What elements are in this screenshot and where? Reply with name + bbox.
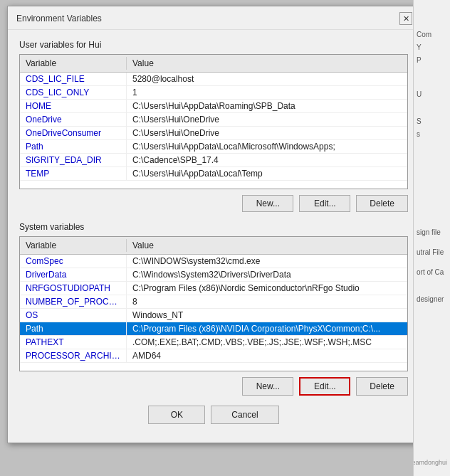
user-col-variable: Variable [20, 57, 127, 70]
right-panel-item: U [417, 88, 447, 101]
system-variables-table: Variable Value ComSpec C:\WINDOWS\system… [19, 236, 408, 371]
table-row[interactable]: SIGRITY_EDA_DIR C:\Cadence\SPB_17.4 [20, 154, 407, 167]
cell-value: C:\Users\Hui\OneDrive [127, 113, 407, 126]
title-bar: Environment Variables ✕ [8, 6, 419, 30]
table-row[interactable]: Path C:\Users\Hui\AppData\Local\Microsof… [20, 140, 407, 154]
cell-variable: Path [20, 322, 127, 335]
cell-variable: PROCESSOR_ARCHITECTURE [20, 349, 127, 362]
cell-value: .COM;.EXE;.BAT;.CMD;.VBS;.VBE;.JS;.JSE;.… [127, 336, 407, 349]
cell-value: C:\WINDOWS\system32\cmd.exe [127, 255, 407, 268]
user-edit-button[interactable]: Edit... [299, 195, 350, 212]
right-panel-item: S [417, 115, 447, 128]
cell-variable: Path [20, 140, 127, 153]
cell-value: AMD64 [127, 349, 407, 362]
right-panel: Com Y P U S s sign file utral File ort o… [413, 0, 450, 476]
right-panel-item: designer [417, 293, 447, 306]
right-panel-item: P [417, 54, 447, 67]
section-divider [19, 212, 408, 222]
table-row[interactable]: CDS_LIC_ONLY 1 [20, 86, 407, 100]
watermark-url: https://blog.csdn.net/dreamdonghui [413, 459, 447, 466]
table-row[interactable]: PROCESSOR_ARCHITECTURE AMD64 [20, 349, 407, 363]
watermark: https://blog.csdn.net/dreamdonghui ✓ EAG… [413, 459, 447, 473]
cell-value: C:\Users\Hui\OneDrive [127, 127, 407, 139]
table-row[interactable]: ComSpec C:\WINDOWS\system32\cmd.exe [20, 255, 407, 268]
right-panel-item: s [417, 128, 447, 141]
table-row[interactable]: Path C:\Program Files (x86)\NVIDIA Corpo… [20, 322, 407, 336]
cell-value: C:\Users\Hui\AppData\Local\Temp [127, 167, 407, 180]
cell-value: 5280@localhost [127, 73, 407, 85]
system-table-header: Variable Value [20, 237, 407, 255]
system-table-rows[interactable]: ComSpec C:\WINDOWS\system32\cmd.exe Driv… [20, 255, 407, 369]
cell-value: C:\Users\Hui\AppData\Local\Microsoft\Win… [127, 140, 407, 153]
right-panel-item: ort of Ca [417, 266, 447, 279]
cell-variable: ComSpec [20, 255, 127, 268]
system-new-button[interactable]: New... [242, 377, 293, 396]
cell-variable: PATHEXT [20, 336, 127, 349]
environment-variables-dialog: Environment Variables ✕ User variables f… [7, 6, 420, 443]
cell-value: C:\Program Files (x86)\NVIDIA Corporatio… [127, 322, 407, 335]
right-panel-content: Com Y P U S s sign file utral File ort o… [414, 0, 450, 306]
cell-variable: DriverData [20, 268, 127, 281]
user-table-header: Variable Value [20, 55, 407, 73]
dialog-body: User variables for Hui Variable Value CD… [8, 30, 419, 443]
cell-variable: CDS_LIC_FILE [20, 73, 127, 85]
cell-value: 1 [127, 86, 407, 99]
system-button-row: New... Edit... Delete [19, 377, 408, 396]
system-variables-label: System variables [19, 222, 408, 232]
footer-button-row: OK Cancel [19, 406, 408, 434]
table-row[interactable]: NUMBER_OF_PROCESSORS 8 [20, 295, 407, 309]
cell-value: 8 [127, 295, 407, 308]
right-panel-item: Y [417, 41, 447, 54]
table-row[interactable]: CDS_LIC_FILE 5280@localhost [20, 73, 407, 86]
user-delete-button[interactable]: Delete [356, 195, 408, 212]
user-new-button[interactable]: New... [242, 195, 293, 212]
cell-value: C:\Program Files (x86)\Nordic Semiconduc… [127, 282, 407, 295]
table-row[interactable]: OneDriveConsumer C:\Users\Hui\OneDrive [20, 127, 407, 140]
cell-variable: TEMP [20, 167, 127, 180]
cell-variable: HOME [20, 100, 127, 112]
table-row[interactable]: PATHEXT .COM;.EXE;.BAT;.CMD;.VBS;.VBE;.J… [20, 336, 407, 349]
user-table-rows[interactable]: CDS_LIC_FILE 5280@localhost CDS_LIC_ONLY… [20, 73, 407, 186]
user-variables-table: Variable Value CDS_LIC_FILE 5280@localho… [19, 54, 408, 189]
ok-button[interactable]: OK [148, 406, 205, 424]
cancel-button[interactable]: Cancel [211, 406, 278, 424]
right-panel-item: utral File [417, 246, 447, 259]
system-col-variable: Variable [20, 239, 127, 252]
table-row[interactable]: OS Windows_NT [20, 309, 407, 322]
cell-value: Windows_NT [127, 309, 407, 322]
system-col-value: Value [127, 239, 407, 252]
watermark-eagle: ✓ EAGLE [413, 466, 447, 473]
table-row[interactable]: TEMP C:\Users\Hui\AppData\Local\Temp [20, 167, 407, 181]
system-edit-button[interactable]: Edit... [299, 377, 350, 396]
table-row[interactable]: HOME C:\Users\Hui\AppData\Roaming\SPB_Da… [20, 100, 407, 113]
dialog-title: Environment Variables [16, 14, 102, 23]
table-row[interactable]: NRFGOSTUDIOPATH C:\Program Files (x86)\N… [20, 282, 407, 295]
cell-variable: NUMBER_OF_PROCESSORS [20, 295, 127, 308]
user-variables-label: User variables for Hui [19, 40, 408, 50]
user-col-value: Value [127, 57, 407, 70]
cell-variable: OS [20, 309, 127, 322]
cell-variable: CDS_LIC_ONLY [20, 86, 127, 99]
user-button-row: New... Edit... Delete [19, 195, 408, 212]
cell-variable: OneDrive [20, 113, 127, 126]
right-panel-item: sign file [417, 226, 447, 239]
table-row[interactable]: OneDrive C:\Users\Hui\OneDrive [20, 113, 407, 127]
cell-value: C:\Users\Hui\AppData\Roaming\SPB_Data [127, 100, 407, 112]
system-delete-button[interactable]: Delete [356, 377, 408, 396]
cell-value: C:\Windows\System32\Drivers\DriverData [127, 268, 407, 281]
table-row[interactable]: DriverData C:\Windows\System32\Drivers\D… [20, 268, 407, 282]
cell-variable: NRFGOSTUDIOPATH [20, 282, 127, 295]
right-panel-item: Com [417, 28, 447, 41]
close-button[interactable]: ✕ [399, 12, 412, 25]
cell-variable: SIGRITY_EDA_DIR [20, 154, 127, 166]
cell-variable: OneDriveConsumer [20, 127, 127, 139]
cell-value: C:\Cadence\SPB_17.4 [127, 154, 407, 166]
